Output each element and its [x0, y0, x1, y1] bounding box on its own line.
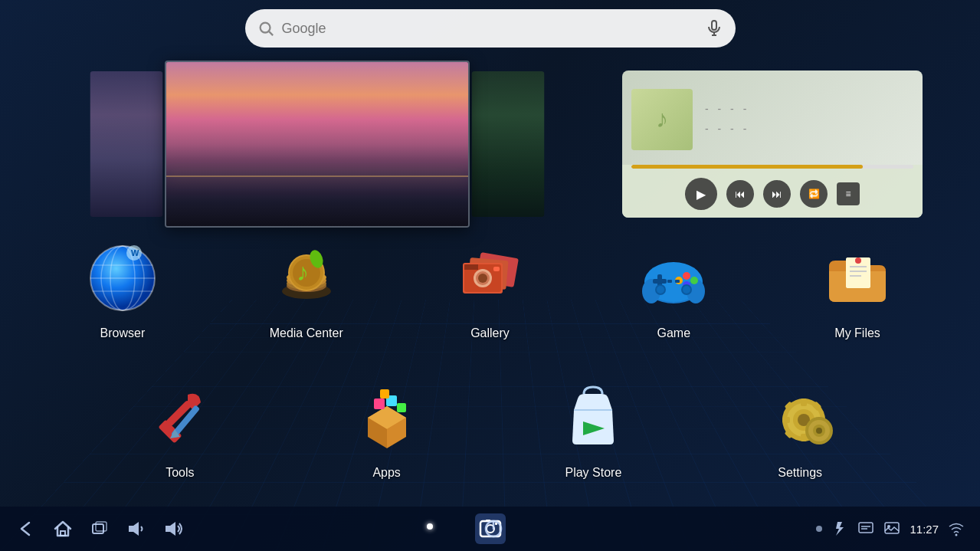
music-title-dots: - - - - [705, 100, 913, 119]
tools-icon [138, 376, 222, 460]
search-bar [245, 9, 736, 48]
signal-dot [816, 526, 822, 532]
power-button[interactable] [483, 518, 504, 540]
album-art [631, 89, 693, 150]
media-center-icon: ♪ [264, 236, 349, 320]
svg-rect-61 [397, 403, 406, 412]
game-icon [631, 236, 716, 320]
app-game[interactable]: Game [612, 236, 735, 340]
tools-label: Tools [166, 466, 194, 480]
svg-rect-2 [712, 21, 716, 30]
cursor [427, 523, 433, 530]
music-info: - - - - - - - - [693, 100, 913, 138]
svg-rect-68 [801, 398, 807, 406]
app-gallery[interactable]: Gallery [428, 236, 551, 340]
progress-bar-container [622, 165, 923, 172]
svg-rect-31 [493, 267, 500, 271]
progress-fill [631, 165, 863, 169]
svg-rect-44 [675, 280, 680, 283]
svg-point-96 [955, 534, 958, 536]
progress-bar [631, 165, 913, 169]
apps-icon [345, 376, 429, 460]
repeat-button[interactable]: 🔁 [800, 180, 828, 208]
music-player-widget: - - - - - - - - ▶ ⏮ ⏭ 🔁 ≡ [622, 71, 923, 218]
play-store-icon [551, 376, 635, 460]
gallery-thumb-right [472, 71, 545, 217]
svg-rect-69 [801, 434, 807, 441]
charging-icon [831, 520, 848, 537]
time-display: 11:27 [910, 523, 939, 536]
app-tools[interactable]: Tools [119, 376, 241, 480]
svg-text:♪: ♪ [297, 258, 309, 286]
playlist-button[interactable]: ≡ [837, 182, 860, 205]
wifi-icon [948, 520, 965, 537]
svg-point-40 [690, 277, 698, 284]
svg-marker-84 [166, 522, 175, 536]
music-widget-top: - - - - - - - - [622, 71, 923, 165]
settings-icon [758, 376, 842, 460]
fast-forward-button[interactable]: ⏭ [763, 180, 791, 208]
svg-rect-59 [374, 398, 385, 409]
home-button[interactable] [52, 518, 74, 540]
svg-point-47 [657, 286, 664, 294]
svg-rect-70 [782, 417, 790, 423]
svg-point-48 [683, 286, 690, 294]
svg-point-79 [816, 428, 822, 434]
taskbar-right: 11:27 [816, 520, 965, 537]
app-play-store[interactable]: Play Store [532, 376, 654, 480]
app-apps[interactable]: Apps [326, 376, 448, 480]
svg-marker-83 [129, 522, 139, 536]
svg-point-30 [478, 274, 487, 283]
svg-rect-80 [61, 531, 65, 536]
svg-rect-62 [380, 389, 389, 398]
svg-point-0 [260, 23, 270, 33]
my-files-label: My Files [834, 326, 880, 340]
gallery-thumb-left [90, 71, 163, 217]
photos-icon [883, 520, 900, 537]
settings-label: Settings [778, 466, 822, 480]
message-icon [857, 520, 874, 537]
svg-rect-43 [667, 280, 672, 283]
music-artist-dots: - - - - [705, 120, 913, 139]
rewind-button[interactable]: ⏮ [726, 180, 754, 208]
app-settings[interactable]: Settings [739, 376, 861, 480]
volume-up-button[interactable] [162, 518, 184, 540]
app-browser[interactable]: W Browser [61, 236, 184, 340]
browser-label: Browser [100, 326, 146, 340]
gallery-widget[interactable] [88, 60, 559, 228]
my-files-icon [815, 236, 900, 320]
back-button[interactable] [15, 518, 37, 540]
svg-rect-82 [96, 522, 107, 531]
app-grid-row2: Tools Apps [0, 376, 980, 480]
gallery-thumb-center[interactable] [165, 61, 470, 228]
taskbar: 11:27 [0, 507, 980, 551]
browser-icon: W [80, 236, 165, 320]
app-media-center[interactable]: ♪ Media Center [245, 236, 368, 340]
play-button[interactable]: ▶ [685, 178, 717, 210]
volume-down-button[interactable] [126, 518, 147, 540]
game-label: Game [657, 326, 690, 340]
svg-point-39 [683, 272, 690, 280]
gallery-label: Gallery [470, 326, 510, 340]
search-input[interactable] [282, 21, 705, 37]
svg-rect-94 [885, 523, 899, 533]
search-icon [257, 20, 274, 37]
svg-rect-91 [859, 523, 873, 533]
svg-line-1 [269, 31, 273, 35]
mic-icon[interactable] [705, 19, 723, 38]
play-store-label: Play Store [565, 466, 621, 480]
music-controls: ▶ ⏮ ⏭ 🔁 ≡ [622, 172, 923, 218]
apps-label: Apps [372, 466, 400, 480]
app-grid-row1: W Browser ♪ Media Center [0, 236, 980, 340]
recent-apps-button[interactable] [89, 518, 110, 540]
svg-rect-81 [93, 524, 103, 533]
svg-text:W: W [131, 248, 139, 257]
media-center-label: Media Center [270, 326, 343, 340]
app-my-files[interactable]: My Files [796, 236, 919, 340]
svg-point-54 [855, 257, 861, 264]
svg-rect-32 [464, 264, 478, 270]
taskbar-left [15, 518, 184, 540]
gallery-icon [447, 236, 532, 320]
